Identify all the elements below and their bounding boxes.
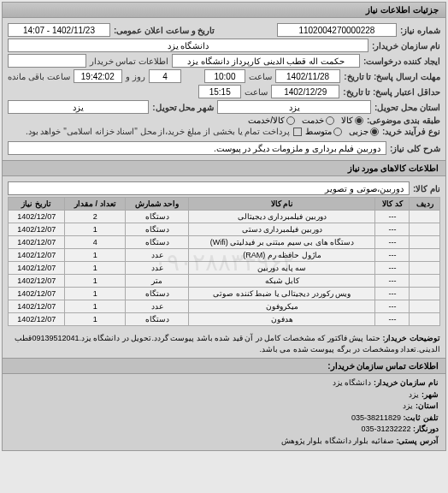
creator-field: حکمت اله قطب الدینی کارپرداز دانشگاه یزد <box>172 54 360 68</box>
td-code: --- <box>375 211 410 223</box>
deadline-label: مهلت ارسال پاسخ: تا تاریخ: <box>344 72 440 81</box>
radio-icon <box>326 116 334 125</box>
buyer-name-field: دانشگاه یزد <box>8 39 368 52</box>
footer-fax-label: دورنگار: <box>413 425 439 433</box>
desc-label: شرح کلی نیاز: <box>390 144 440 153</box>
td-name: دستگاه های بی سیم مبتنی بر فیدلیتی (Wifi… <box>189 236 375 249</box>
th-unit: واحد شمارش <box>126 198 189 211</box>
process-radio-b[interactable]: متوسط <box>305 127 342 136</box>
process-opt-a: جزیی <box>349 127 368 136</box>
process-note: پرداخت تمام یا بخشی از مبلغ خرید،از محل … <box>26 127 290 136</box>
td-qty: 1 <box>65 313 126 326</box>
announce-field: 1402/11/23 - 14:07 <box>8 23 110 37</box>
td-code: --- <box>375 262 410 275</box>
th-date: تاریخ نیاز <box>9 198 65 211</box>
process-radio-a[interactable]: جزیی <box>349 127 379 136</box>
min-valid-date-field: 1402/12/29 <box>271 85 339 98</box>
treasury-checkbox[interactable] <box>293 128 302 136</box>
td-qty: 1 <box>65 223 126 236</box>
footer-city: یزد <box>409 390 419 399</box>
table-row: ---دوربین فیلمبرداری دستیدستگاه11402/12/… <box>9 223 440 236</box>
td-code: --- <box>375 313 410 326</box>
td-date: 1402/12/07 <box>9 275 65 288</box>
remaining-days-field: 4 <box>149 69 181 83</box>
radio-icon <box>355 116 363 125</box>
table-row: ---ویس رکوردر دیجیتالی یا ضبط کننده صوتی… <box>9 288 440 300</box>
td-date: 1402/12/07 <box>9 313 65 326</box>
table-row: ---هدفوندستگاه11402/12/07 <box>9 313 440 326</box>
td-row <box>410 288 440 300</box>
th-name: نام کالا <box>189 198 375 211</box>
table-row: ---کابل شبکهمتر11402/12/07 <box>9 275 440 288</box>
td-unit: عدد <box>126 300 189 313</box>
remaining-suffix: ساعت باقی مانده <box>8 72 70 81</box>
footer-tel-label: تلفن ثابت: <box>404 413 439 422</box>
td-qty: 1 <box>65 300 126 313</box>
td-qty: 1 <box>65 275 126 288</box>
th-code: کد کالا <box>375 198 410 211</box>
td-name: دوربین فیلمبرداری دستی <box>189 223 375 236</box>
budget-radio-both[interactable]: کالا/خدمت <box>248 116 295 125</box>
budget-radio-khadamat[interactable]: خدمت <box>302 116 334 125</box>
delivery-city-field: یزد <box>8 100 149 114</box>
td-row <box>410 236 440 249</box>
td-name: هدفون <box>189 313 375 326</box>
td-qty: 1 <box>65 249 126 262</box>
td-code: --- <box>375 249 410 262</box>
buyer-name-label: نام سازمان خریدار: <box>372 41 440 50</box>
budget-opt-a: کالا <box>341 116 353 125</box>
creator-label: ایجاد کننده درخواست: <box>363 56 440 66</box>
td-code: --- <box>375 300 410 313</box>
td-code: --- <box>375 223 410 236</box>
td-date: 1402/12/07 <box>9 300 65 313</box>
budget-label: طبقه بندی موضوعی: <box>367 116 440 125</box>
td-unit: دستگاه <box>126 236 189 249</box>
td-date: 1402/12/07 <box>9 223 65 236</box>
min-valid-label: حداقل اعتبار پاسخ: تا تاریخ: <box>343 87 440 97</box>
td-unit: دستگاه <box>126 288 189 300</box>
td-row <box>410 313 440 326</box>
items-header: اطلاعات کالاهای مورد نیاز <box>3 160 445 176</box>
footer-header: اطلاعات تماس سازمان خریدار: <box>3 358 445 374</box>
table-row: ---دستگاه های بی سیم مبتنی بر فیدلیتی (W… <box>9 236 440 249</box>
remaining-days-label: روز و <box>126 72 145 81</box>
contact-field <box>8 54 86 68</box>
footer-addr-label: آدرس پستی: <box>397 437 439 445</box>
td-unit: عدد <box>126 262 189 275</box>
td-unit: دستگاه <box>126 313 189 326</box>
td-unit: دستگاه <box>126 211 189 223</box>
radio-icon <box>286 116 295 125</box>
req-no-field: 1102004270000228 <box>277 23 397 37</box>
td-date: 1402/12/07 <box>9 288 65 300</box>
footer-city-label: شهر: <box>421 390 439 399</box>
delivery-city-label: شهر محل تحویل: <box>152 103 214 112</box>
td-unit: متر <box>126 275 189 288</box>
process-opt-b: متوسط <box>305 127 332 136</box>
budget-opt-c: کالا/خدمت <box>248 116 285 125</box>
td-date: 1402/12/07 <box>9 262 65 275</box>
time-label-2: ساعت <box>245 87 268 97</box>
table-row: ---سه پایه دوربینعدد11402/12/07 <box>9 262 440 275</box>
footer-fax: 31232222-035 <box>361 425 410 433</box>
panel-header: جزئیات اطلاعات نیاز <box>3 3 445 18</box>
td-name: سه پایه دوربین <box>189 262 375 275</box>
desc-field: دوربین فیلم برداری و ملزومات دیگر در پیو… <box>8 141 386 155</box>
budget-opt-b: خدمت <box>302 116 324 125</box>
th-row: ردیف <box>410 198 440 211</box>
th-qty: تعداد / مقدار <box>65 198 126 211</box>
time-label-1: ساعت <box>249 72 272 81</box>
min-valid-time-field: 15:15 <box>198 85 241 98</box>
td-date: 1402/12/07 <box>9 211 65 223</box>
td-unit: عدد <box>126 249 189 262</box>
td-row <box>410 223 440 236</box>
deadline-time-field: 10:00 <box>204 69 245 83</box>
radio-icon <box>333 128 342 136</box>
td-date: 1402/12/07 <box>9 236 65 249</box>
td-row <box>410 249 440 262</box>
table-row: ---ماژول حافظه رم (RAM)عدد11402/12/07 <box>9 249 440 262</box>
td-row <box>410 211 440 223</box>
td-code: --- <box>375 275 410 288</box>
budget-radio-kala[interactable]: کالا <box>341 116 363 125</box>
td-qty: 4 <box>65 236 126 249</box>
items-name-label: نام کالا: <box>413 184 440 193</box>
